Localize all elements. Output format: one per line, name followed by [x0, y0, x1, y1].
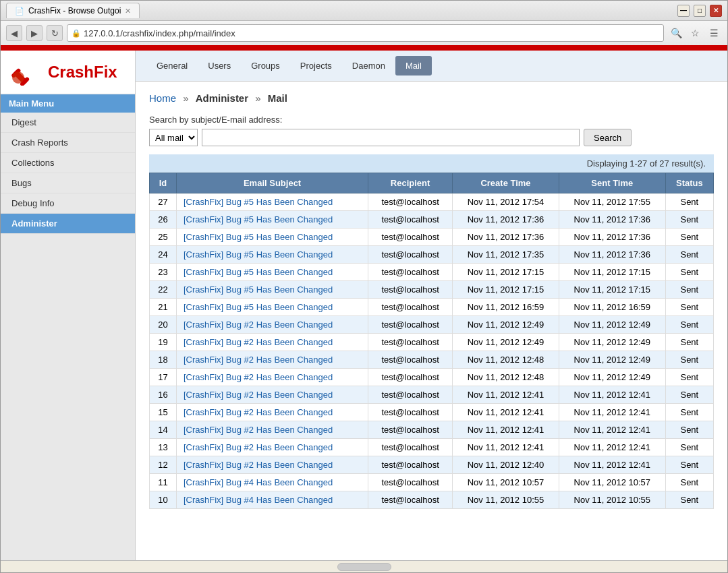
table-row: 27[CrashFix] Bug #5 Has Been Changedtest…	[150, 193, 714, 211]
cell-create-time: Nov 11, 2012 17:36	[453, 211, 559, 229]
browser-tab[interactable]: 📄 CrashFix - Browse Outgoi ✕	[6, 3, 140, 18]
mail-subject-link[interactable]: [CrashFix] Bug #5 Has Been Changed	[184, 267, 333, 277]
cell-sent-time: Nov 11, 2012 12:41	[559, 456, 665, 474]
cell-id: 22	[150, 281, 177, 299]
mail-subject-link[interactable]: [CrashFix] Bug #5 Has Been Changed	[184, 214, 333, 224]
cell-id: 16	[150, 386, 177, 404]
breadcrumb-home[interactable]: Home	[149, 92, 176, 104]
table-row: 26[CrashFix] Bug #5 Has Been Changedtest…	[150, 211, 714, 229]
cell-create-time: Nov 11, 2012 12:41	[453, 421, 559, 439]
search-button[interactable]: Search	[584, 129, 632, 146]
sidebar-item-bugs[interactable]: Bugs	[1, 173, 135, 193]
sidebar-item-digest[interactable]: Digest	[1, 113, 135, 133]
logo-icon	[9, 59, 43, 86]
cell-sent-time: Nov 11, 2012 17:15	[559, 281, 665, 299]
mail-subject-link[interactable]: [CrashFix] Bug #4 Has Been Changed	[184, 477, 333, 487]
sidebar: CrashFix Main Menu Digest Crash Reports …	[1, 51, 136, 560]
back-button[interactable]: ◀	[6, 25, 22, 41]
cell-recipient: test@localhost	[368, 334, 453, 351]
cell-sent-time: Nov 11, 2012 12:41	[559, 386, 665, 404]
cell-subject: [CrashFix] Bug #2 Has Been Changed	[177, 351, 368, 369]
cell-recipient: test@localhost	[368, 351, 453, 369]
cell-subject: [CrashFix] Bug #4 Has Been Changed	[177, 491, 368, 509]
cell-status: Sent	[665, 404, 713, 421]
tab-projects[interactable]: Projects	[290, 56, 342, 76]
cell-status: Sent	[665, 281, 713, 299]
cell-create-time: Nov 11, 2012 12:49	[453, 334, 559, 351]
mail-subject-link[interactable]: [CrashFix] Bug #5 Has Been Changed	[184, 232, 333, 242]
svg-point-3	[12, 71, 24, 84]
sidebar-item-collections[interactable]: Collections	[1, 153, 135, 173]
tab-daemon[interactable]: Daemon	[342, 56, 395, 76]
cell-status: Sent	[665, 316, 713, 334]
tab-users[interactable]: Users	[198, 56, 241, 76]
mail-subject-link[interactable]: [CrashFix] Bug #5 Has Been Changed	[184, 197, 333, 207]
mail-subject-link[interactable]: [CrashFix] Bug #2 Has Been Changed	[184, 320, 333, 330]
cell-recipient: test@localhost	[368, 299, 453, 316]
mail-subject-link[interactable]: [CrashFix] Bug #2 Has Been Changed	[184, 442, 333, 452]
mail-subject-link[interactable]: [CrashFix] Bug #2 Has Been Changed	[184, 355, 333, 365]
cell-status: Sent	[665, 369, 713, 386]
zoom-button[interactable]: 🔍	[668, 25, 684, 41]
mail-filter-select[interactable]: All mail Sent Failed	[149, 129, 198, 146]
cell-subject: [CrashFix] Bug #5 Has Been Changed	[177, 229, 368, 246]
cell-create-time: Nov 11, 2012 12:48	[453, 351, 559, 369]
cell-id: 10	[150, 491, 177, 509]
mail-subject-link[interactable]: [CrashFix] Bug #5 Has Been Changed	[184, 284, 333, 295]
maximize-button[interactable]: □	[694, 5, 706, 17]
bookmark-button[interactable]: ☆	[687, 25, 703, 41]
horizontal-scrollbar[interactable]	[1, 560, 727, 572]
forward-button[interactable]: ▶	[26, 25, 43, 41]
search-row: All mail Sent Failed Search	[149, 129, 714, 146]
cell-create-time: Nov 11, 2012 17:15	[453, 281, 559, 299]
address-bar[interactable]	[84, 28, 659, 38]
cell-id: 18	[150, 351, 177, 369]
mail-subject-link[interactable]: [CrashFix] Bug #4 Has Been Changed	[184, 495, 333, 505]
cell-sent-time: Nov 11, 2012 12:49	[559, 351, 665, 369]
cell-sent-time: Nov 11, 2012 17:36	[559, 229, 665, 246]
cell-id: 25	[150, 229, 177, 246]
search-input[interactable]	[202, 129, 580, 146]
minimize-button[interactable]: —	[677, 5, 690, 17]
col-header-create-time: Create Time	[453, 173, 559, 193]
table-row: 19[CrashFix] Bug #2 Has Been Changedtest…	[150, 334, 714, 351]
sidebar-item-administer[interactable]: Administer	[1, 214, 135, 234]
cell-create-time: Nov 11, 2012 12:40	[453, 456, 559, 474]
sidebar-item-crash-reports[interactable]: Crash Reports	[1, 133, 135, 153]
table-row: 17[CrashFix] Bug #2 Has Been Changedtest…	[150, 369, 714, 386]
mail-subject-link[interactable]: [CrashFix] Bug #2 Has Been Changed	[184, 390, 333, 400]
menu-button[interactable]: ☰	[706, 25, 722, 41]
cell-status: Sent	[665, 193, 713, 211]
cell-sent-time: Nov 11, 2012 12:41	[559, 404, 665, 421]
breadcrumb-sep1: »	[183, 92, 188, 104]
mail-subject-link[interactable]: [CrashFix] Bug #2 Has Been Changed	[184, 407, 333, 417]
logo-area: CrashFix	[1, 51, 135, 94]
mail-subject-link[interactable]: [CrashFix] Bug #5 Has Been Changed	[184, 249, 333, 260]
cell-create-time: Nov 11, 2012 16:59	[453, 299, 559, 316]
col-header-id: Id	[150, 173, 177, 193]
table-row: 22[CrashFix] Bug #5 Has Been Changedtest…	[150, 281, 714, 299]
tab-general[interactable]: General	[146, 56, 198, 76]
tab-close-button[interactable]: ✕	[125, 7, 131, 16]
cell-id: 14	[150, 421, 177, 439]
mail-subject-link[interactable]: [CrashFix] Bug #2 Has Been Changed	[184, 372, 333, 382]
cell-id: 21	[150, 299, 177, 316]
tab-mail[interactable]: Mail	[395, 56, 432, 76]
mail-subject-link[interactable]: [CrashFix] Bug #5 Has Been Changed	[184, 302, 333, 312]
cell-subject: [CrashFix] Bug #5 Has Been Changed	[177, 299, 368, 316]
close-button[interactable]: ✕	[710, 5, 722, 17]
mail-subject-link[interactable]: [CrashFix] Bug #2 Has Been Changed	[184, 460, 333, 470]
address-icon: 🔒	[72, 29, 81, 38]
cell-status: Sent	[665, 264, 713, 281]
cell-status: Sent	[665, 299, 713, 316]
mail-subject-link[interactable]: [CrashFix] Bug #2 Has Been Changed	[184, 425, 333, 435]
main-content: General Users Groups Projects Daemon Mai…	[136, 51, 727, 560]
cell-create-time: Nov 11, 2012 12:49	[453, 316, 559, 334]
mail-subject-link[interactable]: [CrashFix] Bug #2 Has Been Changed	[184, 337, 333, 347]
cell-id: 13	[150, 439, 177, 456]
sidebar-item-debug-info[interactable]: Debug Info	[1, 193, 135, 214]
cell-create-time: Nov 11, 2012 12:41	[453, 439, 559, 456]
cell-status: Sent	[665, 334, 713, 351]
reload-button[interactable]: ↻	[47, 25, 63, 41]
tab-groups[interactable]: Groups	[241, 56, 290, 76]
